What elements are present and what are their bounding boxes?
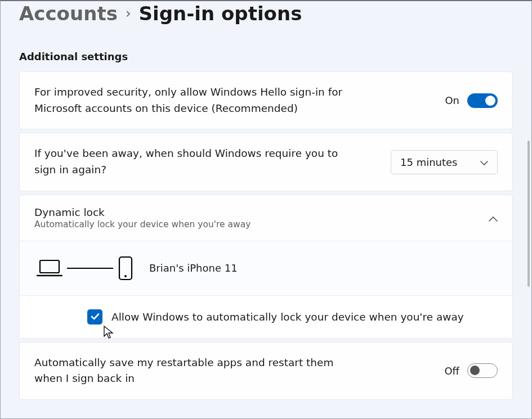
breadcrumb-current: Sign-in options [139,2,302,25]
laptop-icon [37,259,62,278]
device-diagram [37,256,133,281]
hello-signin-card: For improved security, only allow Window… [19,71,513,129]
away-timeout-select[interactable]: 15 minutes [391,150,498,174]
away-timeout-text: If you've been away, when should Windows… [34,146,361,178]
restart-apps-text: Automatically save my restartable apps a… [34,355,338,387]
restart-apps-card: Automatically save my restartable apps a… [19,342,513,400]
paired-device-name: Brian's iPhone 11 [149,262,238,274]
hello-toggle[interactable] [467,93,498,108]
svg-rect-0 [40,260,59,273]
scrollbar[interactable] [527,141,530,287]
away-timeout-value: 15 minutes [400,156,458,168]
dynamic-lock-checkbox-label: Allow Windows to automatically lock your… [111,311,464,323]
breadcrumb: Accounts › Sign-in options [19,0,513,25]
svg-point-3 [124,275,127,277]
hello-signin-text: For improved security, only allow Window… [34,84,361,116]
chevron-down-icon [480,156,488,168]
restart-apps-toggle-label: Off [444,365,459,377]
dynamic-lock-title: Dynamic lock [34,206,251,218]
dynamic-lock-checkbox[interactable] [87,309,102,325]
section-header: Additional settings [19,51,513,62]
breadcrumb-parent[interactable]: Accounts [19,2,118,25]
connection-line-icon [67,268,113,269]
chevron-up-icon [489,212,498,224]
cursor-icon [103,325,114,342]
dynamic-lock-card: Dynamic lock Automatically lock your dev… [19,195,513,339]
phone-icon [118,256,133,281]
paired-device-row: Brian's iPhone 11 [20,241,512,295]
away-timeout-card: If you've been away, when should Windows… [19,133,513,191]
dynamic-lock-header[interactable]: Dynamic lock Automatically lock your dev… [20,195,512,241]
chevron-right-icon: › [126,6,131,21]
dynamic-lock-option-row: Allow Windows to automatically lock your… [20,295,512,338]
restart-apps-toggle[interactable] [467,363,498,378]
hello-toggle-label: On [445,94,459,106]
dynamic-lock-subtitle: Automatically lock your device when you'… [34,219,251,229]
